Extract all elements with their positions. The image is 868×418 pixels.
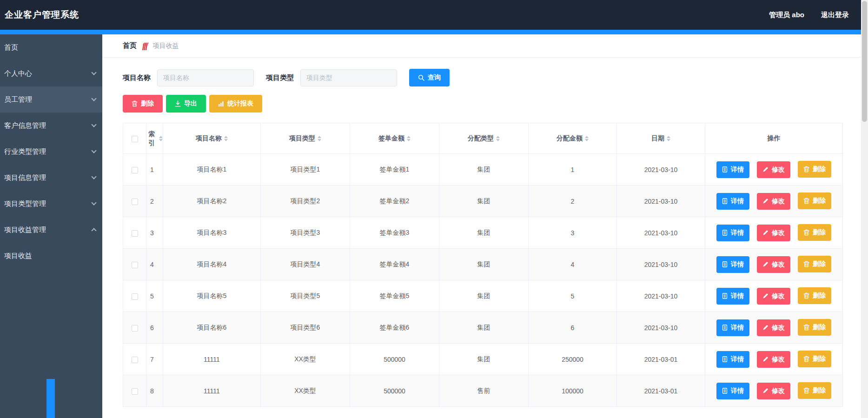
sidebar-item-project-type-management[interactable]: 项目类型管理 bbox=[0, 191, 102, 217]
breadcrumb-home[interactable]: 首页 bbox=[123, 41, 137, 50]
col-header-select bbox=[123, 123, 146, 154]
cell-index: 4 bbox=[146, 249, 163, 280]
logout-link[interactable]: 退出登录 bbox=[821, 11, 849, 20]
cell-alloc-amount: 1 bbox=[529, 154, 617, 186]
detail-button[interactable]: 详情 bbox=[716, 351, 749, 368]
row-delete-button[interactable]: 删除 bbox=[798, 287, 831, 304]
export-button-label: 导出 bbox=[184, 100, 197, 108]
cell-project-type: 项目类型5 bbox=[261, 280, 350, 312]
edit-button[interactable]: 修改 bbox=[757, 288, 790, 305]
col-header-project-type[interactable]: 项目类型 bbox=[261, 123, 350, 154]
cell-date: 2021-03-10 bbox=[617, 217, 705, 249]
cell-project-type: 项目类型2 bbox=[261, 186, 350, 217]
sidebar-item-industry-type-management[interactable]: 行业类型管理 bbox=[0, 139, 102, 165]
cell-operations: 详情 修改 删除 bbox=[705, 312, 843, 344]
cell-project-name: 项目名称4 bbox=[163, 249, 261, 280]
detail-button[interactable]: 详情 bbox=[716, 161, 749, 178]
trash-icon bbox=[803, 166, 809, 173]
row-delete-button[interactable]: 删除 bbox=[798, 224, 831, 241]
table-row: 8 11111 XX类型 500000 售前 100000 2021-03-01… bbox=[123, 375, 843, 407]
col-header-signed-amount[interactable]: 签单金额 bbox=[350, 123, 439, 154]
report-button[interactable]: 统计报表 bbox=[209, 95, 262, 113]
row-checkbox[interactable] bbox=[132, 167, 138, 173]
row-checkbox[interactable] bbox=[132, 262, 138, 268]
scrollbar-thumb[interactable] bbox=[862, 1, 867, 122]
edit-button[interactable]: 修改 bbox=[757, 383, 790, 399]
cell-signed-amount: 签单金额6 bbox=[350, 312, 439, 344]
sidebar-item-project-info-management[interactable]: 项目信息管理 bbox=[0, 165, 102, 191]
edit-button[interactable]: 修改 bbox=[757, 319, 790, 336]
row-checkbox[interactable] bbox=[132, 357, 138, 363]
sort-caret-icon[interactable] bbox=[585, 136, 589, 141]
trash-icon bbox=[803, 292, 809, 299]
sort-caret-icon[interactable] bbox=[667, 136, 670, 141]
edit-button[interactable]: 修改 bbox=[757, 225, 790, 241]
sort-caret-icon[interactable] bbox=[159, 136, 163, 141]
sort-caret-icon[interactable] bbox=[407, 136, 411, 141]
query-button[interactable]: 查询 bbox=[409, 69, 450, 86]
cell-project-name: 11111 bbox=[163, 344, 261, 375]
detail-button[interactable]: 详情 bbox=[716, 193, 749, 210]
cell-date: 2021-03-10 bbox=[617, 186, 705, 217]
user-name: 管理员 abo bbox=[769, 11, 804, 20]
select-all-checkbox[interactable] bbox=[132, 136, 138, 142]
row-delete-button[interactable]: 删除 bbox=[798, 319, 831, 336]
sidebar-item-customer-info-management[interactable]: 客户信息管理 bbox=[0, 113, 102, 139]
cell-project-type: XX类型 bbox=[261, 375, 350, 407]
col-header-alloc-type[interactable]: 分配类型 bbox=[439, 123, 529, 154]
trash-icon bbox=[803, 229, 809, 236]
edit-button[interactable]: 修改 bbox=[757, 351, 790, 368]
col-header-alloc-amount[interactable]: 分配金额 bbox=[529, 123, 617, 154]
chevron-up-icon bbox=[91, 228, 96, 233]
cell-project-name: 项目名称5 bbox=[163, 280, 261, 312]
col-header-project-name[interactable]: 项目名称 bbox=[163, 123, 261, 154]
document-icon bbox=[722, 388, 728, 394]
sort-caret-icon[interactable] bbox=[318, 136, 321, 141]
row-delete-button[interactable]: 删除 bbox=[798, 161, 831, 178]
sidebar-subitem-project-revenue[interactable]: 项目收益 bbox=[0, 243, 102, 269]
sidebar-item-label: 个人中心 bbox=[4, 69, 32, 78]
detail-button[interactable]: 详情 bbox=[716, 256, 749, 273]
sidebar-item-label: 客户信息管理 bbox=[4, 121, 46, 130]
row-checkbox[interactable] bbox=[132, 388, 138, 395]
row-delete-button[interactable]: 删除 bbox=[798, 192, 831, 209]
project-type-input[interactable] bbox=[300, 69, 397, 86]
sort-caret-icon[interactable] bbox=[496, 136, 500, 141]
col-header-index[interactable]: 索引 bbox=[146, 123, 163, 154]
row-delete-button[interactable]: 删除 bbox=[798, 256, 831, 272]
trash-icon bbox=[803, 356, 809, 362]
row-checkbox[interactable] bbox=[132, 199, 138, 205]
sidebar-item-home[interactable]: 首页 bbox=[0, 34, 102, 60]
cell-signed-amount: 签单金额5 bbox=[350, 280, 439, 312]
sidebar-item-project-revenue-management[interactable]: 项目收益管理 bbox=[0, 217, 102, 243]
edit-button-label: 修改 bbox=[772, 387, 785, 395]
detail-button[interactable]: 详情 bbox=[716, 319, 749, 336]
sidebar-item-personal-center[interactable]: 个人中心 bbox=[0, 60, 102, 86]
export-button[interactable]: 导出 bbox=[166, 95, 206, 113]
cell-operations: 详情 修改 删除 bbox=[705, 375, 843, 407]
trash-icon bbox=[803, 324, 809, 331]
main-content: 首页 fff 项目收益 项目名称 项目类型 查询 bbox=[102, 34, 861, 418]
app-root: 企业客户管理系统 管理员 abo 退出登录 首页 个人中心 员工管理 客户信息管… bbox=[0, 0, 861, 418]
sidebar-item-label: 行业类型管理 bbox=[4, 147, 46, 156]
search-icon bbox=[418, 74, 424, 81]
row-checkbox[interactable] bbox=[132, 325, 138, 332]
edit-button[interactable]: 修改 bbox=[757, 256, 790, 273]
col-header-date[interactable]: 日期 bbox=[617, 123, 705, 154]
row-checkbox[interactable] bbox=[132, 230, 138, 237]
row-delete-button[interactable]: 删除 bbox=[798, 382, 831, 399]
sidebar-item-employee-management[interactable]: 员工管理 bbox=[0, 86, 102, 113]
chevron-down-icon bbox=[91, 122, 96, 127]
edit-button[interactable]: 修改 bbox=[757, 161, 790, 178]
sort-caret-icon[interactable] bbox=[224, 136, 228, 141]
table-row: 7 11111 XX类型 500000 集团 250000 2021-03-01… bbox=[123, 344, 843, 375]
edit-button[interactable]: 修改 bbox=[757, 193, 790, 210]
detail-button[interactable]: 详情 bbox=[716, 288, 749, 305]
project-name-input[interactable] bbox=[157, 69, 254, 86]
row-checkbox[interactable] bbox=[132, 293, 138, 300]
delete-button[interactable]: 删除 bbox=[123, 95, 163, 113]
row-delete-button[interactable]: 删除 bbox=[798, 351, 831, 367]
detail-button[interactable]: 详情 bbox=[716, 225, 749, 241]
detail-button[interactable]: 详情 bbox=[716, 383, 749, 399]
cell-signed-amount: 签单金额4 bbox=[350, 249, 439, 280]
